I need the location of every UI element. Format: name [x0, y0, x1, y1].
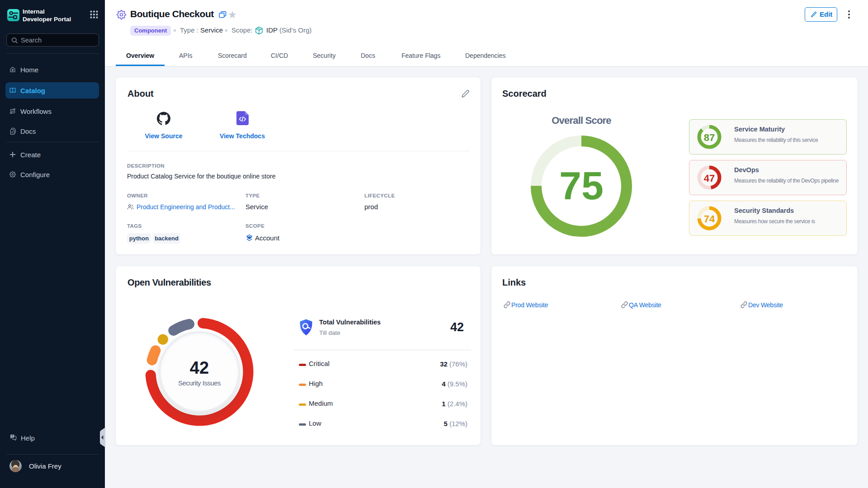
svg-text:?: ?	[12, 435, 14, 437]
